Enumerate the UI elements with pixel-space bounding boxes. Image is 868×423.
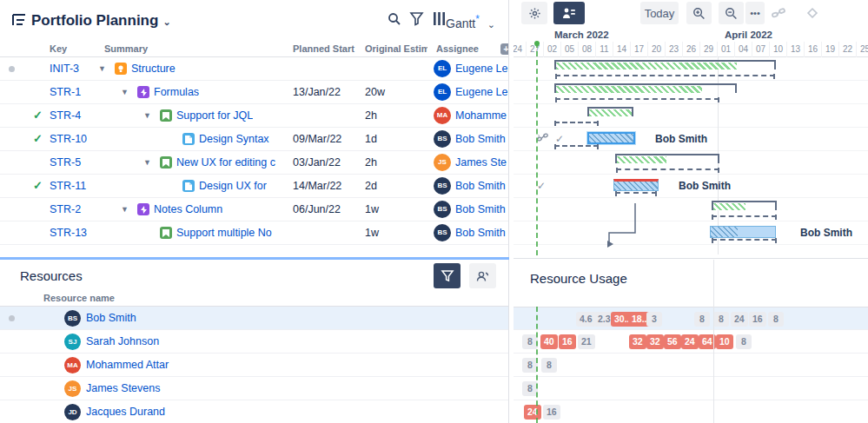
assignee-name[interactable]: Bob Smith bbox=[455, 227, 506, 239]
assignee-name[interactable]: Eugene Le bbox=[455, 86, 507, 98]
col-summary[interactable]: Summary bbox=[104, 43, 148, 54]
view-selector[interactable]: Gantt* ⌄ bbox=[446, 13, 495, 30]
allocation-cell[interactable]: 8 bbox=[541, 358, 557, 373]
task-bar[interactable] bbox=[710, 226, 776, 238]
issue-key[interactable]: STR-13 bbox=[50, 227, 87, 239]
issue-key[interactable]: STR-4 bbox=[50, 109, 81, 122]
more-actions-button[interactable]: ••• bbox=[745, 2, 765, 24]
allocation-cell[interactable]: 8 bbox=[736, 334, 752, 349]
assignee-name[interactable]: Bob Smith bbox=[455, 133, 506, 145]
overload-cell[interactable]: 56 bbox=[664, 334, 681, 349]
resource-row[interactable]: MAMohammed Attar bbox=[0, 354, 508, 377]
allocation-cell[interactable]: 16 bbox=[543, 405, 560, 420]
issue-summary[interactable]: New UX for editing c bbox=[176, 156, 275, 169]
expand-chevron-icon[interactable]: ▼ bbox=[98, 64, 106, 73]
issue-summary[interactable]: Design UX for bbox=[199, 180, 267, 192]
page-title[interactable]: Portfolio Planning⌄ bbox=[31, 12, 171, 30]
resource-row[interactable]: JSJames Stevens bbox=[0, 377, 508, 400]
issue-key[interactable]: STR-1 bbox=[50, 86, 81, 98]
table-row[interactable]: INIT-3▼StructureELEugene Le bbox=[0, 57, 508, 81]
resource-panel-toggle-button[interactable] bbox=[553, 2, 585, 24]
resource-name[interactable]: James Stevens bbox=[86, 382, 160, 394]
columns-icon[interactable] bbox=[434, 12, 445, 29]
allocation-cell[interactable]: 24 bbox=[731, 312, 748, 327]
allocation-cell[interactable]: 8 bbox=[768, 312, 784, 327]
issue-key[interactable]: STR-5 bbox=[50, 156, 81, 169]
usage-row[interactable]: 84016213232562464108 bbox=[514, 330, 868, 354]
issue-summary[interactable]: Notes Column bbox=[154, 203, 222, 215]
resource-name[interactable]: Jacques Durand bbox=[86, 406, 165, 418]
allocation-cell[interactable]: 8 bbox=[713, 312, 729, 327]
link-tasks-icon[interactable] bbox=[766, 2, 791, 24]
milestone-icon[interactable] bbox=[798, 2, 827, 24]
table-row[interactable]: ✓STR-4▼Support for JQL2hMAMohamme bbox=[0, 104, 508, 128]
resource-row[interactable]: SJSarah Johnson bbox=[0, 330, 508, 354]
assignee-name[interactable]: Bob Smith bbox=[455, 203, 506, 215]
allocation-cell[interactable]: 8 bbox=[694, 312, 710, 327]
zoom-in-icon[interactable] bbox=[686, 2, 712, 24]
col-resource-name[interactable]: Resource name bbox=[43, 293, 115, 303]
overload-cell[interactable]: 24 bbox=[681, 334, 699, 349]
col-assignee[interactable]: Assignee bbox=[436, 43, 479, 54]
summary-bar[interactable] bbox=[615, 154, 719, 164]
issue-summary[interactable]: Design Syntax bbox=[199, 133, 269, 145]
summary-bar[interactable] bbox=[554, 60, 776, 70]
timeline-header[interactable]: March 2022April 2022 2427020508111417202… bbox=[514, 28, 868, 57]
resources-group-button[interactable] bbox=[469, 263, 496, 288]
col-planned-start[interactable]: Planned Start bbox=[293, 43, 354, 54]
gantt-settings-button[interactable] bbox=[521, 2, 547, 24]
assignee-name[interactable]: Bob Smith bbox=[455, 180, 506, 192]
usage-row[interactable]: 4.62.330..18..38824168 bbox=[514, 307, 868, 330]
add-column-button[interactable]: + bbox=[500, 43, 509, 55]
issue-summary[interactable]: Support multiple No bbox=[176, 227, 272, 239]
expand-chevron-icon[interactable]: ▼ bbox=[121, 88, 129, 96]
allocation-cell[interactable]: 16 bbox=[749, 312, 766, 327]
issue-key[interactable]: INIT-3 bbox=[50, 63, 79, 75]
usage-row[interactable]: 88 bbox=[514, 354, 868, 377]
resources-filter-button[interactable] bbox=[434, 263, 461, 288]
expand-chevron-icon[interactable]: ▼ bbox=[121, 205, 129, 214]
issue-summary[interactable]: Formulas bbox=[154, 86, 199, 98]
table-row[interactable]: STR-1▼Formulas13/Jan/2220wELEugene Le bbox=[0, 81, 508, 104]
assignee-name[interactable]: Mohamme bbox=[455, 109, 507, 122]
issue-key[interactable]: STR-2 bbox=[50, 203, 81, 215]
expand-chevron-icon[interactable]: ▼ bbox=[143, 158, 151, 167]
assignee-name[interactable]: Eugene Le bbox=[455, 63, 507, 75]
overload-cell[interactable]: 32 bbox=[629, 334, 646, 349]
gantt-row[interactable] bbox=[514, 198, 868, 221]
search-icon[interactable] bbox=[388, 12, 401, 30]
table-row[interactable]: STR-13Support multiple No1wBSBob Smith bbox=[0, 221, 508, 245]
task-bar[interactable] bbox=[613, 179, 659, 191]
assignee-name[interactable]: James Ste bbox=[455, 156, 507, 169]
usage-row[interactable]: 8 bbox=[514, 377, 868, 400]
allocation-cell[interactable]: 3 bbox=[646, 312, 662, 327]
issue-summary[interactable]: Support for JQL bbox=[176, 109, 253, 122]
expand-chevron-icon[interactable]: ▼ bbox=[143, 111, 151, 120]
usage-row[interactable]: 2416 bbox=[514, 400, 868, 423]
table-row[interactable]: STR-2▼Notes Column06/Jun/221wBSBob Smith bbox=[0, 198, 508, 221]
resource-name[interactable]: Bob Smith bbox=[86, 312, 136, 324]
overload-cell[interactable]: 32 bbox=[646, 334, 664, 349]
resource-row[interactable]: JDJacques Durand bbox=[0, 400, 508, 423]
today-button[interactable]: Today bbox=[640, 2, 679, 24]
allocation-cell[interactable]: 21 bbox=[578, 334, 595, 349]
structure-icon[interactable] bbox=[11, 13, 27, 30]
overload-cell[interactable]: 10 bbox=[716, 334, 733, 349]
table-row[interactable]: STR-5▼New UX for editing c03/Jan/222hJSJ… bbox=[0, 151, 508, 175]
overload-cell[interactable]: 16 bbox=[559, 334, 576, 349]
table-row[interactable]: ✓STR-11Design UX for14/Mar/222dBSBob Smi… bbox=[0, 175, 508, 198]
allocation-cell[interactable]: 4.6 bbox=[576, 312, 596, 327]
zoom-out-icon[interactable] bbox=[719, 2, 744, 24]
issue-key[interactable]: STR-10 bbox=[50, 133, 87, 145]
resource-name[interactable]: Sarah Johnson bbox=[86, 335, 159, 347]
overload-cell[interactable]: 24 bbox=[524, 405, 541, 420]
task-bar[interactable] bbox=[587, 132, 635, 144]
summary-bar[interactable] bbox=[587, 107, 633, 117]
issue-summary[interactable]: Structure bbox=[131, 63, 176, 75]
summary-bar[interactable] bbox=[554, 83, 737, 94]
col-original-estimate[interactable]: Original Estima bbox=[365, 43, 427, 54]
table-row[interactable]: ✓STR-10Design Syntax09/Mar/221dBSBob Smi… bbox=[0, 128, 508, 151]
resource-row[interactable]: BSBob Smith bbox=[0, 307, 508, 330]
issue-key[interactable]: STR-11 bbox=[50, 180, 86, 192]
resource-name[interactable]: Mohammed Attar bbox=[86, 359, 169, 371]
